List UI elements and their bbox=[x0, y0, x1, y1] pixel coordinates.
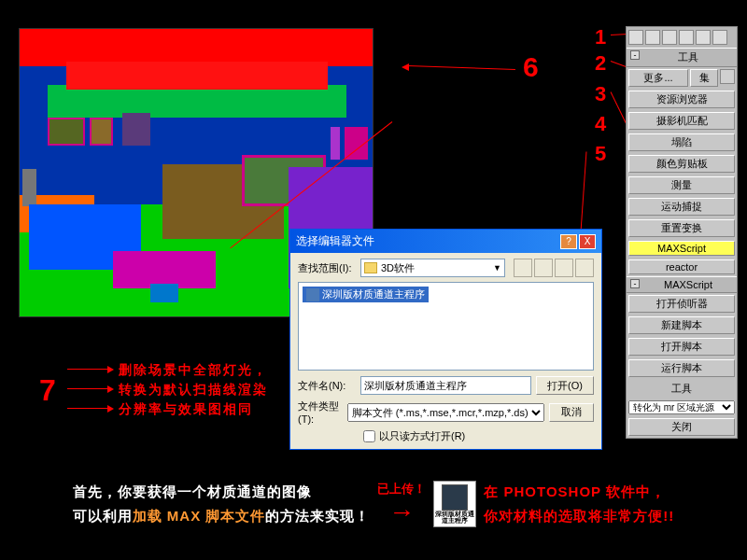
section-tools-header[interactable]: - 工具 bbox=[627, 48, 737, 67]
dialog-titlebar[interactable]: 选择编辑器文件 ? X bbox=[290, 230, 601, 253]
bottom-right-l1: 在 PHOTOSHOP 软件中， bbox=[484, 480, 674, 504]
util-btn-8[interactable]: reactor bbox=[628, 259, 735, 274]
uploaded-label: 已上传！ bbox=[377, 481, 426, 497]
close-button[interactable]: 关闭 bbox=[628, 418, 735, 436]
open-button[interactable]: 打开(O) bbox=[536, 376, 594, 395]
newfolder-icon[interactable] bbox=[555, 259, 573, 277]
util-btn-5[interactable]: 运动捕捉 bbox=[628, 198, 735, 216]
readonly-label: 以只读方式打开(R) bbox=[379, 429, 465, 443]
wall-picture-1 bbox=[48, 118, 85, 146]
bottom-left-accent: 加载 MAX 脚本文件 bbox=[133, 508, 266, 524]
script-thumb-label: 深圳版材质通道主程序 bbox=[434, 511, 475, 524]
bottom-left-l2a: 可以利用 bbox=[73, 508, 133, 524]
tab-motion-icon[interactable] bbox=[679, 30, 694, 45]
arrow-7a bbox=[67, 369, 112, 370]
section-tools-label: 工具 bbox=[678, 51, 698, 63]
sets-button[interactable]: 集 bbox=[690, 69, 718, 87]
ceiling bbox=[20, 29, 373, 66]
file-item-label: 深圳版材质通道主程序 bbox=[322, 287, 425, 301]
lookin-label: 查找范围(I): bbox=[298, 261, 356, 275]
filename-input[interactable] bbox=[360, 376, 531, 395]
filename-label: 文件名(N): bbox=[298, 379, 356, 393]
util-btn-2[interactable]: 塌陷 bbox=[628, 133, 735, 151]
filetype-select[interactable]: 脚本文件 (*.ms,*.mse,*.mcr,*.mzp,*.ds) bbox=[347, 403, 544, 422]
step7-line1: 删除场景中全部灯光， bbox=[119, 362, 268, 377]
lookin-value: 3D软件 bbox=[381, 261, 415, 275]
annotation-6: 6 bbox=[523, 51, 539, 83]
bottom-left-l2b: 的方法来实现！ bbox=[265, 508, 370, 524]
ceiling-panel bbox=[66, 62, 328, 90]
bottom-left-text: 首先，你要获得一个材质通道的图像 可以利用加载 MAX 脚本文件的方法来实现！ bbox=[73, 480, 371, 527]
dialog-title: 选择编辑器文件 bbox=[296, 233, 374, 249]
arrow-7b bbox=[67, 388, 112, 389]
step7-line3: 分辨率与效果图相同 bbox=[119, 401, 253, 416]
tab-create-icon[interactable] bbox=[628, 30, 643, 45]
close-icon[interactable]: X bbox=[579, 234, 596, 249]
coffee-table bbox=[113, 251, 216, 288]
section-maxscript-header[interactable]: - MAXScript bbox=[627, 276, 737, 293]
script-file-icon bbox=[306, 288, 319, 301]
back-icon[interactable] bbox=[514, 259, 532, 277]
util-btn-maxscript[interactable]: MAXScript bbox=[628, 241, 735, 256]
annotation-2: 2 bbox=[595, 51, 606, 76]
tab-modify-icon[interactable] bbox=[645, 30, 660, 45]
annotation-1: 1 bbox=[595, 25, 606, 49]
step7-line2: 转换为默认扫描线渲染 bbox=[119, 382, 268, 397]
util-btn-3[interactable]: 颜色剪贴板 bbox=[628, 155, 735, 173]
util-btn-4[interactable]: 测量 bbox=[628, 176, 735, 194]
max-btn-1[interactable]: 新建脚本 bbox=[628, 316, 735, 334]
more-button[interactable]: 更多... bbox=[628, 69, 688, 87]
utilities-panel: - 工具 更多... 集 资源浏览器 摄影机匹配 塌陷 颜色剪贴板 测量 运动捕… bbox=[626, 26, 738, 439]
tab-display-icon[interactable] bbox=[696, 30, 711, 45]
annotation-7: 7 bbox=[39, 373, 56, 408]
tab-hierarchy-icon[interactable] bbox=[662, 30, 677, 45]
bottom-instruction: 首先，你要获得一个材质通道的图像 可以利用加载 MAX 脚本文件的方法来实现！ … bbox=[0, 480, 747, 527]
file-item-selected[interactable]: 深圳版材质通道主程序 bbox=[303, 287, 429, 302]
arrow-right-icon: → bbox=[388, 497, 415, 527]
collapse-icon[interactable]: - bbox=[630, 279, 640, 288]
max-btn-2[interactable]: 打开脚本 bbox=[628, 338, 735, 356]
help-icon[interactable]: ? bbox=[560, 234, 577, 249]
section-maxscript-label: MAXScript bbox=[664, 279, 712, 290]
annotation-3: 3 bbox=[595, 82, 606, 106]
panel-tab-bar bbox=[627, 27, 737, 48]
chevron-down-icon[interactable]: ▼ bbox=[493, 263, 501, 273]
util-btn-1[interactable]: 摄影机匹配 bbox=[628, 112, 735, 130]
readonly-checkbox[interactable] bbox=[363, 430, 375, 442]
file-open-dialog: 选择编辑器文件 ? X 查找范围(I): 3D软件 ▼ 深圳版材质通道主程序 bbox=[289, 229, 602, 450]
wall-picture-3 bbox=[122, 113, 150, 146]
wall-picture-2 bbox=[90, 118, 113, 146]
cancel-button[interactable]: 取消 bbox=[549, 403, 594, 422]
convert-select[interactable]: 转化为 mr 区域光源 bbox=[628, 400, 735, 414]
config-icon[interactable] bbox=[720, 69, 735, 84]
bottom-left-l1: 首先，你要获得一个材质通道的图像 bbox=[73, 480, 371, 504]
file-list[interactable]: 深圳版材质通道主程序 bbox=[298, 282, 594, 371]
bottom-right-l2: 你对材料的选取将非常方便!! bbox=[484, 504, 674, 528]
arrow-6-head bbox=[402, 63, 409, 71]
filetype-label: 文件类型(T): bbox=[298, 399, 343, 425]
script-thumb-icon bbox=[442, 484, 468, 511]
step7-block: 7 删除场景中全部灯光， 转换为默认扫描线渲染 分辨率与效果图相同 bbox=[67, 362, 268, 421]
util-btn-0[interactable]: 资源浏览器 bbox=[628, 91, 735, 108]
collapse-icon[interactable]: - bbox=[630, 50, 640, 60]
annotation-4: 4 bbox=[595, 112, 606, 136]
tab-utilities-icon[interactable] bbox=[712, 30, 727, 45]
tools-sublabel: 工具 bbox=[627, 379, 737, 399]
viewmenu-icon[interactable] bbox=[575, 259, 594, 277]
arrow-6 bbox=[408, 65, 515, 70]
annotation-5: 5 bbox=[595, 142, 606, 166]
folder-icon bbox=[364, 262, 377, 273]
lookin-dropdown[interactable]: 3D软件 ▼ bbox=[360, 259, 505, 277]
arrow-7c bbox=[67, 408, 112, 409]
max-btn-3[interactable]: 运行脚本 bbox=[628, 359, 735, 377]
table-base bbox=[150, 284, 178, 302]
script-thumbnail: 深圳版材质通道主程序 bbox=[433, 481, 476, 527]
bottom-right-text: 在 PHOTOSHOP 软件中， 你对材料的选取将非常方便!! bbox=[484, 480, 674, 527]
util-btn-6[interactable]: 重置变换 bbox=[628, 219, 735, 237]
lamp bbox=[22, 169, 36, 206]
max-btn-0[interactable]: 打开侦听器 bbox=[628, 295, 735, 313]
up-icon[interactable] bbox=[534, 259, 553, 277]
shelf-object-2 bbox=[331, 127, 340, 160]
wall-trim bbox=[48, 85, 346, 118]
